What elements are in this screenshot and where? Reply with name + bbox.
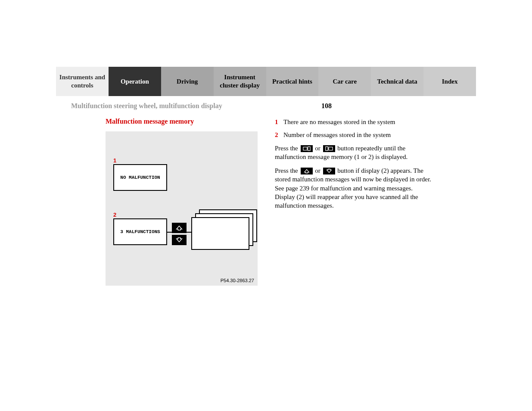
- para2-a: Press the: [275, 167, 298, 174]
- svg-rect-3: [325, 146, 327, 150]
- subheader: Multifunction steering wheel, multifunct…: [56, 102, 476, 110]
- tab-technical-data[interactable]: Technical data: [371, 67, 423, 96]
- section-path: Multifunction steering wheel, multifunct…: [71, 102, 222, 110]
- stacked-message-1: [191, 217, 249, 250]
- up-arrow-button-icon: [172, 223, 187, 233]
- para1-a: Press the: [275, 145, 298, 152]
- connector-line: [167, 232, 172, 233]
- para2-d: Display (2) will reappear after you have…: [275, 193, 418, 209]
- legend-text-1: There are no messages stored in the syst…: [283, 118, 395, 126]
- tab-operation[interactable]: Operation: [109, 67, 161, 96]
- paragraph-1: Press the or button repeatedly until the…: [275, 144, 432, 162]
- para2-c: button if display (2) appears. The store…: [275, 167, 431, 192]
- legend-num-2: 2: [275, 131, 283, 139]
- left-column: Malfunction message memory 1 NO MALFUNCT…: [106, 118, 258, 286]
- svg-rect-1: [308, 146, 310, 150]
- section-heading: Malfunction message memory: [106, 118, 258, 125]
- tab-practical-hints[interactable]: Practical hints: [266, 67, 319, 96]
- right-column: 1 There are no messages stored in the sy…: [275, 118, 432, 286]
- figure-code: P54.30-2863.27: [221, 278, 254, 283]
- legend-row-1: 1 There are no messages stored in the sy…: [275, 118, 432, 126]
- tab-instruments-and-controls[interactable]: Instruments and controls: [56, 67, 109, 96]
- legend-num-1: 1: [275, 118, 283, 126]
- tab-instrument-cluster-display[interactable]: Instrument cluster display: [214, 67, 266, 96]
- menu-next-icon: [323, 145, 335, 152]
- display-malfunctions-count: 3 MALFUNCTIONS: [113, 218, 167, 245]
- down-arrow-button-icon: [172, 235, 187, 245]
- callout-1: 1: [113, 157, 116, 164]
- tab-index[interactable]: Index: [423, 67, 476, 96]
- content: Malfunction message memory 1 NO MALFUNCT…: [56, 118, 476, 286]
- svg-rect-0: [303, 147, 307, 150]
- display-no-malfunction: NO MALFUNCTION: [113, 164, 167, 191]
- legend-row-2: 2 Number of messages stored in the syste…: [275, 131, 432, 139]
- scroll-up-icon: [301, 168, 313, 174]
- para1-b: or: [315, 145, 320, 152]
- diagram: 1 NO MALFUNCTION 2 3 MALFUNCTIONS P54.30…: [106, 131, 258, 286]
- tabs-nav: Instruments and controls Operation Drivi…: [56, 67, 476, 96]
- connector-line-2: [187, 232, 191, 233]
- tab-car-care[interactable]: Car care: [318, 67, 371, 96]
- tab-driving[interactable]: Driving: [161, 67, 214, 96]
- paragraph-2: Press the or button if display (2) appea…: [275, 166, 432, 210]
- para2-b: or: [315, 167, 320, 174]
- page-number: 108: [321, 102, 332, 110]
- scroll-down-icon: [323, 168, 335, 174]
- menu-prev-icon: [301, 145, 313, 152]
- callout-2: 2: [113, 212, 116, 218]
- page-container: Instruments and controls Operation Drivi…: [56, 67, 476, 286]
- svg-rect-4: [329, 147, 333, 150]
- legend-text-2: Number of messages stored in the system: [283, 131, 391, 139]
